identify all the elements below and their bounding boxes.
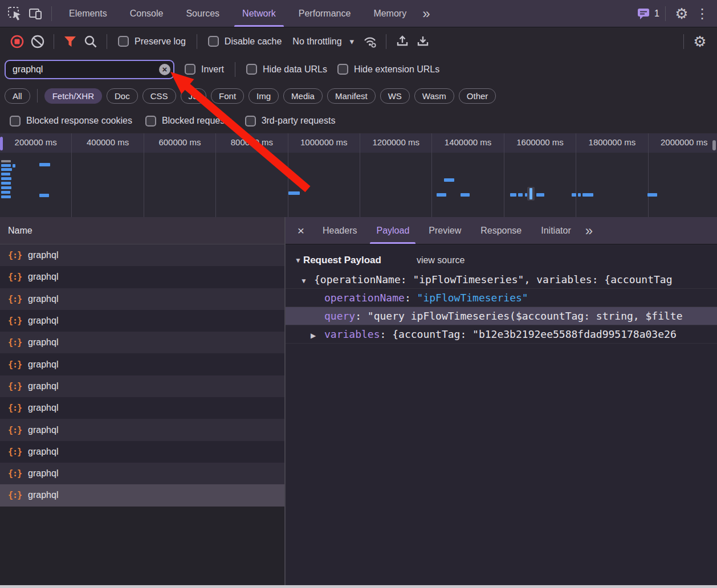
throttling-dropdown[interactable]: No throttling ▾: [292, 36, 354, 47]
clear-icon[interactable]: [27, 31, 48, 52]
tab-sources[interactable]: Sources: [174, 0, 231, 27]
timeline-selection-handle[interactable]: [0, 137, 3, 150]
payload-str: "ipFlowTimeseries": [417, 292, 528, 304]
divider: [197, 34, 197, 49]
payload-row[interactable]: ▶variables: {accountTag: "b12e3b2192ee55…: [286, 325, 717, 344]
network-settings-gear-icon[interactable]: ⚙: [690, 31, 710, 52]
preserve-log-checkbox[interactable]: Preserve log: [118, 36, 186, 47]
network-conditions-icon[interactable]: [360, 31, 380, 52]
search-icon[interactable]: [80, 31, 101, 52]
checkbox: [246, 64, 257, 75]
more-details-tabs-icon[interactable]: »: [585, 224, 593, 238]
waterfall-bar: [572, 193, 576, 197]
view-source-link[interactable]: view source: [417, 255, 465, 266]
json-braces-icon: {:}: [8, 403, 22, 413]
timeline-column: 1800000 ms: [576, 133, 648, 217]
waterfall-bar: [647, 193, 657, 197]
import-har-icon[interactable]: [392, 31, 413, 52]
disable-cache-label: Disable cache: [225, 36, 282, 47]
payload-row[interactable]: ▼{operationName: "ipFlowTimeseries", var…: [286, 271, 717, 289]
disable-cache-checkbox[interactable]: Disable cache: [208, 36, 282, 47]
filter-chip-manifest[interactable]: Manifest: [327, 88, 376, 104]
export-har-icon[interactable]: [413, 31, 433, 52]
request-row[interactable]: {:}graphql: [0, 441, 284, 463]
checkbox: [337, 64, 348, 75]
issues-counter[interactable]: 1: [637, 7, 659, 21]
device-toolbar-icon[interactable]: [25, 3, 46, 24]
details-tab-preview[interactable]: Preview: [419, 217, 471, 244]
details-tab-response[interactable]: Response: [471, 217, 531, 244]
blocked-response-cookies-checkbox[interactable]: Blocked response cookies: [10, 116, 132, 126]
tab-network[interactable]: Network: [231, 0, 287, 27]
invert-checkbox[interactable]: Invert: [185, 64, 224, 75]
json-braces-icon: {:}: [8, 337, 22, 348]
timeline-label: 200000 ms: [0, 137, 71, 147]
close-icon[interactable]: ×: [289, 224, 313, 238]
filter-chip-all[interactable]: All: [5, 88, 30, 104]
blocked-requests-checkbox[interactable]: Blocked requests: [145, 116, 232, 126]
waterfall-bar: [461, 193, 470, 197]
network-overview-timeline[interactable]: 200000 ms400000 ms600000 ms800000 ms1000…: [0, 133, 717, 218]
request-row[interactable]: {:}graphql: [0, 266, 284, 288]
filter-chip-other[interactable]: Other: [459, 88, 496, 104]
name-column-header[interactable]: Name: [0, 217, 284, 244]
filter-chip-img[interactable]: Img: [248, 88, 279, 104]
request-row[interactable]: {:}graphql: [0, 375, 284, 397]
filter-chip-wasm[interactable]: Wasm: [414, 88, 454, 104]
timeline-label: 1800000 ms: [576, 137, 647, 147]
request-name: graphql: [28, 360, 58, 370]
more-options-icon[interactable]: ⋮: [692, 3, 712, 24]
filter-chip-fetch-xhr[interactable]: Fetch/XHR: [44, 88, 102, 104]
divider: [54, 34, 54, 49]
tab-performance[interactable]: Performance: [287, 0, 362, 27]
clear-filter-icon[interactable]: ×: [159, 64, 170, 75]
checkbox: [245, 116, 256, 126]
request-row[interactable]: {:}graphql: [0, 484, 284, 506]
details-tab-initiator[interactable]: Initiator: [531, 217, 580, 244]
details-tab-payload[interactable]: Payload: [366, 217, 419, 244]
timeline-column: 400000 ms: [72, 133, 144, 217]
request-name: graphql: [28, 316, 58, 326]
hide-extension-urls-checkbox[interactable]: Hide extension URLs: [337, 64, 439, 75]
inspect-element-icon[interactable]: [5, 3, 25, 24]
json-braces-icon: {:}: [8, 490, 22, 500]
filter-chip-media[interactable]: Media: [283, 88, 323, 104]
filter-funnel-icon[interactable]: [60, 31, 80, 52]
more-tabs-icon[interactable]: »: [422, 7, 430, 21]
twisty-icon[interactable]: ▶: [311, 326, 324, 344]
request-row[interactable]: {:}graphql: [0, 310, 284, 332]
timeline-column: 200000 ms: [0, 133, 72, 217]
tab-console[interactable]: Console: [119, 0, 175, 27]
record-icon[interactable]: [7, 31, 27, 52]
payload-tree: ▼{operationName: "ipFlowTimeseries", var…: [286, 271, 717, 344]
filter-chip-ws[interactable]: WS: [380, 88, 410, 104]
tab-memory[interactable]: Memory: [362, 0, 418, 27]
third-party-requests-checkbox[interactable]: 3rd-party requests: [245, 116, 336, 126]
payload-row[interactable]: query: "query ipFlowTimeseries($accountT…: [286, 307, 717, 325]
request-name: graphql: [28, 403, 58, 413]
hide-data-urls-checkbox[interactable]: Hide data URLs: [246, 64, 327, 75]
payload-row[interactable]: operationName: "ipFlowTimeseries": [286, 289, 717, 307]
request-details-panel: × HeadersPayloadPreviewResponseInitiator…: [286, 217, 717, 585]
request-row[interactable]: {:}graphql: [0, 244, 284, 266]
request-row[interactable]: {:}graphql: [0, 397, 284, 419]
request-row[interactable]: {:}graphql: [0, 419, 284, 440]
blocked-response-cookies-label: Blocked response cookies: [26, 116, 132, 126]
request-row[interactable]: {:}graphql: [0, 353, 284, 375]
details-tab-headers[interactable]: Headers: [313, 217, 366, 244]
filter-chip-css[interactable]: CSS: [142, 88, 176, 104]
filter-input[interactable]: [5, 60, 174, 79]
filter-chip-js[interactable]: JS: [181, 88, 207, 104]
twisty-icon[interactable]: ▼: [300, 272, 314, 289]
settings-gear-icon[interactable]: ⚙: [671, 3, 692, 24]
request-payload-section[interactable]: ▼ Request Payload view source: [286, 250, 717, 271]
request-row[interactable]: {:}graphql: [0, 332, 284, 353]
request-row[interactable]: {:}graphql: [0, 288, 284, 310]
timeline-scroll-thumb[interactable]: [712, 140, 716, 150]
filter-chip-doc[interactable]: Doc: [107, 88, 138, 104]
divider: [235, 62, 235, 77]
request-row[interactable]: {:}graphql: [0, 463, 284, 484]
request-name: graphql: [28, 294, 58, 304]
filter-chip-font[interactable]: Font: [211, 88, 244, 104]
tab-elements[interactable]: Elements: [58, 0, 119, 27]
